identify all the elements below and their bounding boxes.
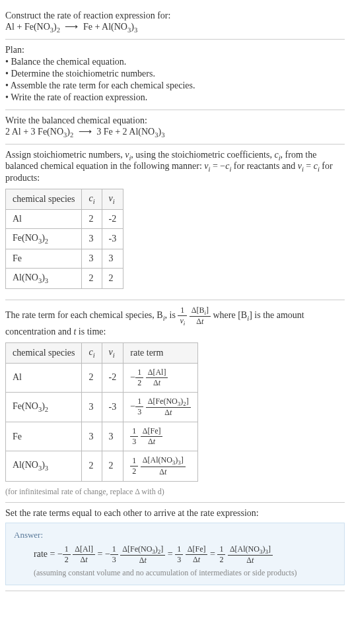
cell-c: 2 xyxy=(82,268,102,288)
rateterm-section: The rate term for each chemical species,… xyxy=(5,300,345,503)
cell-nu: -3 xyxy=(102,392,123,422)
table-row: Al 2 -2 −12 Δ[Al]Δt xyxy=(6,363,198,392)
col-species: chemical species xyxy=(6,189,82,210)
cell-c: 2 xyxy=(82,363,102,392)
cell-c: 2 xyxy=(82,451,102,481)
table-row: Al(NO3)3 2 2 xyxy=(6,268,123,288)
plan-heading: Plan: xyxy=(5,45,345,55)
cell-nu: -2 xyxy=(102,363,123,392)
setequal-text: Set the rate terms equal to each other t… xyxy=(5,508,345,519)
cell-c: 2 xyxy=(82,209,102,228)
plan-item: • Write the rate of reaction expression. xyxy=(5,92,345,103)
unbalanced-equation: Al + Fe(NO3)2 ⟶ Fe + Al(NO3)3 xyxy=(5,21,345,34)
col-species: chemical species xyxy=(6,342,82,363)
cell-c: 3 xyxy=(82,228,102,249)
balanced-heading: Write the balanced chemical equation: xyxy=(5,115,345,126)
cell-nu: 2 xyxy=(102,268,123,288)
cell-rate: −13 Δ[Fe(NO3)2]Δt xyxy=(123,392,197,422)
plan-section: Plan: • Balance the chemical equation. •… xyxy=(5,40,345,110)
table-header-row: chemical species ci νi xyxy=(6,189,123,210)
table-row: Fe(NO3)2 3 -3 −13 Δ[Fe(NO3)2]Δt xyxy=(6,392,198,422)
answer-assumption: (assuming constant volume and no accumul… xyxy=(34,568,336,578)
balanced-equation: 2 Al + 3 Fe(NO3)2 ⟶ 3 Fe + 2 Al(NO3)3 xyxy=(5,126,345,139)
plan-item: • Determine the stoichiometric numbers. xyxy=(5,69,345,79)
assign-text: Assign stoichiometric numbers, νi, using… xyxy=(5,150,345,184)
stoich-table: chemical species ci νi Al 2 -2 Fe(NO3)2 … xyxy=(5,189,123,288)
rateterm-text: The rate term for each chemical species,… xyxy=(5,306,345,337)
answer-section: Set the rate terms equal to each other t… xyxy=(5,503,345,591)
plan-item: • Balance the chemical equation. xyxy=(5,57,345,67)
cell-species: Al xyxy=(6,363,82,392)
table-header-row: chemical species ci νi rate term xyxy=(6,342,198,363)
plan-item: • Assemble the rate term for each chemic… xyxy=(5,80,345,91)
table-row: Fe(NO3)2 3 -3 xyxy=(6,228,123,249)
rateterm-table: chemical species ci νi rate term Al 2 -2… xyxy=(5,342,198,482)
infinitesimal-note: (for infinitesimal rate of change, repla… xyxy=(5,487,345,497)
col-nui: νi xyxy=(102,189,123,210)
cell-species: Fe(NO3)2 xyxy=(6,392,82,422)
col-nui: νi xyxy=(102,342,123,363)
cell-rate: 12 Δ[Al(NO3)3]Δt xyxy=(123,451,197,481)
assign-section: Assign stoichiometric numbers, νi, using… xyxy=(5,145,345,300)
cell-rate: −12 Δ[Al]Δt xyxy=(123,363,197,392)
table-row: Fe 3 3 13 Δ[Fe]Δt xyxy=(6,422,198,451)
cell-species: Al(NO3)3 xyxy=(6,268,82,288)
cell-species: Al(NO3)3 xyxy=(6,451,82,481)
col-ci: ci xyxy=(82,189,102,210)
answer-label: Answer: xyxy=(14,530,336,540)
balanced-section: Write the balanced chemical equation: 2 … xyxy=(5,110,345,145)
cell-nu: 2 xyxy=(102,451,123,481)
prompt-section: Construct the rate of reaction expressio… xyxy=(5,5,345,40)
cell-species: Fe xyxy=(6,249,82,268)
cell-nu: -3 xyxy=(102,228,123,249)
col-rateterm: rate term xyxy=(123,342,197,363)
cell-c: 3 xyxy=(82,422,102,451)
cell-nu: -2 xyxy=(102,209,123,228)
answer-box: Answer: rate = −12 Δ[Al]Δt = −13 Δ[Fe(NO… xyxy=(5,523,345,585)
answer-expression: rate = −12 Δ[Al]Δt = −13 Δ[Fe(NO3)2]Δt =… xyxy=(34,544,336,565)
col-ci: ci xyxy=(82,342,102,363)
table-row: Al 2 -2 xyxy=(6,209,123,228)
table-row: Al(NO3)3 2 2 12 Δ[Al(NO3)3]Δt xyxy=(6,451,198,481)
cell-nu: 3 xyxy=(102,249,123,268)
prompt-text: Construct the rate of reaction expressio… xyxy=(5,11,345,21)
cell-c: 3 xyxy=(82,249,102,268)
cell-c: 3 xyxy=(82,392,102,422)
table-row: Fe 3 3 xyxy=(6,249,123,268)
cell-rate: 13 Δ[Fe]Δt xyxy=(123,422,197,451)
cell-species: Fe xyxy=(6,422,82,451)
cell-nu: 3 xyxy=(102,422,123,451)
cell-species: Al xyxy=(6,209,82,228)
cell-species: Fe(NO3)2 xyxy=(6,228,82,249)
